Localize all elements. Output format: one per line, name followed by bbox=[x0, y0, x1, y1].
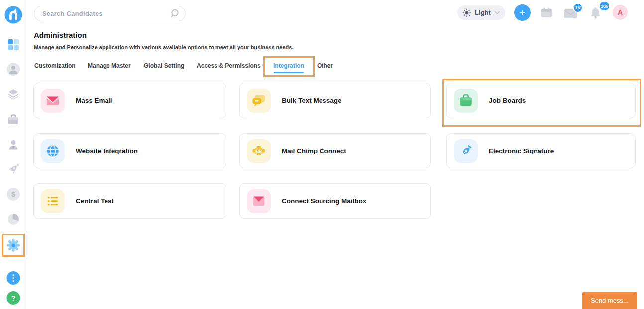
card-label: Mass Email bbox=[76, 97, 112, 104]
tab-access-permissions[interactable]: Access & Permissions bbox=[197, 62, 261, 69]
sidebar-item-administration[interactable] bbox=[6, 238, 20, 252]
sidebar-item-help[interactable]: ? bbox=[7, 291, 20, 305]
search-icon bbox=[170, 9, 179, 18]
sidebar-item-campaigns[interactable] bbox=[7, 163, 19, 175]
tab-manage-master[interactable]: Manage Master bbox=[88, 62, 131, 69]
card-job-boards[interactable]: Job Boards bbox=[446, 83, 636, 118]
card-label: Job Boards bbox=[489, 97, 526, 104]
card-central-test[interactable]: Central Test bbox=[33, 183, 226, 219]
tab-integration[interactable]: Integration bbox=[273, 62, 304, 69]
card-website-integration[interactable]: Website Integration bbox=[33, 133, 226, 168]
theme-label: Light bbox=[475, 9, 491, 16]
sun-icon bbox=[462, 8, 471, 17]
app-logo-icon bbox=[4, 5, 23, 24]
dashboard-grid-icon bbox=[8, 39, 19, 50]
dollar-icon: $ bbox=[7, 188, 20, 201]
page-subtitle: Manage and Personalize application with … bbox=[34, 44, 293, 50]
notifications-badge: 165 bbox=[599, 1, 610, 11]
messages-badge: 1K bbox=[573, 3, 583, 13]
card-electronic-signature[interactable]: Electronic Signature bbox=[446, 133, 636, 168]
briefcase-icon bbox=[7, 114, 19, 126]
plus-icon: + bbox=[519, 7, 525, 19]
send-message-button[interactable]: Send mess... bbox=[582, 292, 637, 309]
avatar-initial: A bbox=[618, 8, 623, 16]
sidebar-item-billing[interactable]: $ bbox=[7, 188, 20, 201]
mass-email-envelope-icon bbox=[46, 94, 60, 108]
list-icon bbox=[46, 194, 60, 208]
sidebar-item-candidates[interactable] bbox=[7, 63, 20, 76]
sidebar-item-reports[interactable] bbox=[7, 213, 19, 225]
sidebar-item-clients[interactable] bbox=[7, 139, 19, 151]
mailchimp-monkey-icon bbox=[252, 144, 266, 158]
tab-customization[interactable]: Customization bbox=[34, 62, 76, 69]
rocket-icon bbox=[7, 163, 19, 175]
envelope-icon bbox=[252, 194, 266, 208]
card-label: Connect Sourcing Mailbox bbox=[282, 197, 366, 205]
pie-chart-icon bbox=[7, 213, 19, 225]
sidebar-divider bbox=[27, 0, 27, 309]
client-icon bbox=[7, 139, 19, 151]
search-input[interactable] bbox=[42, 10, 170, 17]
pen-nib-icon bbox=[459, 144, 473, 158]
sidebar-item-pipelines[interactable] bbox=[7, 88, 19, 100]
calendar-icon bbox=[541, 7, 552, 18]
calendar-button[interactable] bbox=[541, 7, 552, 20]
theme-toggle[interactable]: Light bbox=[457, 5, 505, 20]
chat-bubbles-icon bbox=[252, 94, 266, 108]
avatar[interactable]: A bbox=[613, 5, 628, 20]
card-label: Bulk Text Message bbox=[282, 97, 342, 104]
card-mail-chimp-connect[interactable]: Mail Chimp Connect bbox=[239, 133, 431, 168]
sidebar-item-more-options[interactable] bbox=[7, 271, 20, 285]
sidebar-item-dashboard[interactable] bbox=[8, 39, 19, 50]
card-label: Website Integration bbox=[76, 147, 138, 154]
briefcase-icon bbox=[459, 94, 473, 108]
administration-page: $ ? bbox=[0, 0, 644, 309]
help-icon: ? bbox=[7, 291, 20, 305]
messages-button[interactable]: 1K bbox=[564, 4, 583, 19]
card-mass-email[interactable]: Mass Email bbox=[33, 83, 226, 118]
settings-gear-icon bbox=[6, 238, 20, 252]
layers-icon bbox=[7, 88, 19, 100]
app-logo[interactable] bbox=[4, 5, 23, 24]
candidate-icon bbox=[7, 63, 20, 76]
card-label: Mail Chimp Connect bbox=[282, 147, 346, 154]
tab-other[interactable]: Other bbox=[317, 62, 333, 69]
search-candidates-field[interactable] bbox=[34, 6, 186, 21]
card-bulk-text-message[interactable]: Bulk Text Message bbox=[239, 83, 431, 118]
card-connect-sourcing-mailbox[interactable]: Connect Sourcing Mailbox bbox=[239, 183, 431, 219]
tab-global-setting[interactable]: Global Setting bbox=[144, 62, 184, 69]
more-options-icon bbox=[7, 271, 20, 285]
globe-icon bbox=[46, 144, 60, 158]
svg-text:$: $ bbox=[11, 190, 15, 198]
sidebar-item-jobs[interactable] bbox=[7, 114, 19, 126]
add-button[interactable]: + bbox=[514, 4, 531, 21]
card-label: Central Test bbox=[76, 197, 114, 205]
card-label: Electronic Signature bbox=[489, 147, 554, 154]
chevron-down-icon bbox=[494, 10, 500, 15]
page-title: Administration bbox=[34, 31, 87, 39]
notifications-button[interactable]: 165 bbox=[590, 2, 610, 19]
